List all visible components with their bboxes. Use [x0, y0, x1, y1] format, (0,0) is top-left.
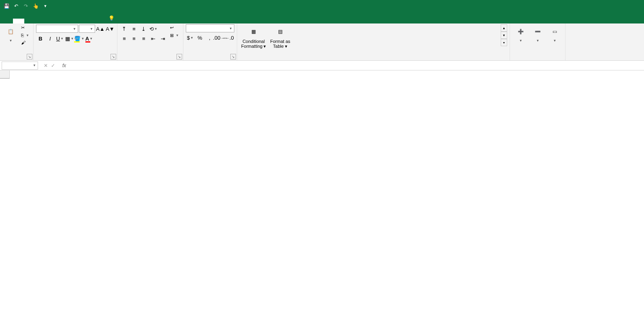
- lightbulb-icon: 💡: [108, 15, 115, 21]
- font-color-button[interactable]: A▼: [85, 34, 94, 43]
- group-number: ▼ $▼ % , .00→ ←.0 ↘: [183, 23, 237, 60]
- fill-color-button[interactable]: 🪣▼: [75, 34, 84, 43]
- align-bottom-icon[interactable]: ⤓: [139, 24, 148, 33]
- group-font: ▼ ▼ A▲ A▼ B I U▼ ▦▼ 🪣▼ A▼ ↘: [34, 23, 117, 60]
- delete-cells-button[interactable]: ➖▼: [529, 24, 546, 43]
- chevron-down-icon: ▼: [33, 64, 36, 67]
- cancel-formula-icon[interactable]: ✕: [44, 63, 48, 68]
- name-box[interactable]: ▼: [2, 62, 38, 70]
- merge-center-button[interactable]: ⊞▼: [168, 32, 181, 39]
- font-name-combo[interactable]: ▼: [36, 25, 78, 33]
- tab-file[interactable]: [2, 19, 13, 23]
- tab-formulas[interactable]: [58, 19, 70, 23]
- tab-home[interactable]: [13, 19, 24, 23]
- align-right-icon[interactable]: ≡: [139, 34, 148, 43]
- tell-me-search[interactable]: 💡: [104, 13, 121, 23]
- group-styles: ▦ ConditionalFormatting ▾ ▤ Format asTab…: [237, 23, 510, 60]
- enter-formula-icon[interactable]: ✓: [51, 63, 55, 68]
- tab-view[interactable]: [92, 19, 104, 23]
- underline-button[interactable]: U▼: [55, 34, 64, 43]
- decrease-font-icon[interactable]: A▼: [106, 24, 115, 33]
- ribbon: 📋 ▼ ✂ ⎘▼ 🖌 ↘ ▼ ▼ A▲ A▼ B I U▼: [0, 23, 644, 61]
- align-middle-icon[interactable]: ≡: [130, 24, 138, 33]
- styles-expand[interactable]: ▾: [501, 39, 507, 46]
- group-label: [186, 59, 234, 60]
- number-format-combo[interactable]: ▼: [186, 24, 234, 32]
- accounting-format-icon[interactable]: $▼: [186, 33, 195, 42]
- group-clipboard: 📋 ▼ ✂ ⎘▼ 🖌 ↘: [0, 23, 34, 60]
- copy-button[interactable]: ⎘▼: [19, 32, 31, 38]
- undo-icon[interactable]: ↶: [12, 2, 20, 10]
- fx-icon[interactable]: fx: [59, 63, 69, 68]
- italic-button[interactable]: I: [46, 34, 55, 43]
- format-icon: ▭: [548, 25, 561, 38]
- decrease-indent-icon[interactable]: ⇤: [149, 34, 158, 43]
- align-left-icon[interactable]: ≡: [120, 34, 129, 43]
- tab-data[interactable]: [70, 19, 81, 23]
- title-bar: 💾 ↶ ↷ 👆 ▼: [0, 0, 644, 12]
- chevron-down-icon: ▼: [9, 39, 13, 43]
- format-painter-button[interactable]: 🖌: [19, 39, 31, 46]
- paste-icon: 📋: [4, 25, 17, 38]
- delete-icon: ➖: [531, 25, 544, 38]
- spreadsheet-grid: [0, 70, 644, 79]
- tab-insert[interactable]: [24, 19, 36, 23]
- decrease-decimal-icon[interactable]: ←.0: [225, 33, 234, 42]
- redo-icon[interactable]: ↷: [22, 2, 30, 10]
- wrap-icon: ↩: [170, 25, 174, 30]
- increase-font-icon[interactable]: A▲: [96, 24, 105, 33]
- tab-page-layout[interactable]: [47, 19, 58, 23]
- bold-button[interactable]: B: [36, 34, 45, 43]
- alignment-dialog-launcher[interactable]: ↘: [176, 54, 182, 60]
- clipboard-dialog-launcher[interactable]: ↘: [27, 54, 32, 60]
- wrap-text-button[interactable]: ↩: [168, 24, 181, 31]
- group-label: [240, 59, 507, 60]
- increase-decimal-icon[interactable]: .00→: [215, 33, 224, 42]
- touch-mode-icon[interactable]: 👆: [32, 2, 40, 10]
- group-label: [36, 59, 115, 60]
- copy-icon: ⎘: [21, 33, 24, 38]
- percent-format-icon[interactable]: %: [196, 33, 204, 42]
- paste-button[interactable]: 📋 ▼: [2, 24, 19, 43]
- tab-review[interactable]: [81, 19, 92, 23]
- ribbon-tabs: 💡: [0, 12, 644, 23]
- formula-input[interactable]: [69, 63, 644, 68]
- scissors-icon: ✂: [21, 25, 25, 30]
- tab-draw[interactable]: [36, 19, 47, 23]
- styles-scroll-down[interactable]: ▼: [501, 32, 507, 39]
- group-cells: ➕▼ ➖▼ ▭▼: [510, 23, 565, 60]
- align-center-icon[interactable]: ≡: [130, 34, 138, 43]
- number-dialog-launcher[interactable]: ↘: [230, 54, 236, 60]
- table-icon: ▤: [274, 25, 287, 38]
- insert-cells-button[interactable]: ➕▼: [512, 24, 529, 43]
- select-all-corner[interactable]: [0, 70, 10, 79]
- orientation-icon[interactable]: ⟲▼: [149, 24, 158, 33]
- font-dialog-launcher[interactable]: ↘: [111, 54, 116, 60]
- group-label: [120, 59, 181, 60]
- qat-customize-icon[interactable]: ▼: [41, 2, 49, 10]
- merge-icon: ⊞: [170, 33, 174, 38]
- save-icon[interactable]: 💾: [2, 2, 11, 10]
- conditional-formatting-button[interactable]: ▦ ConditionalFormatting ▾: [240, 24, 268, 49]
- format-cells-button[interactable]: ▭▼: [546, 24, 563, 43]
- conditional-formatting-icon: ▦: [247, 25, 260, 38]
- increase-indent-icon[interactable]: ⇥: [159, 34, 168, 43]
- paintbrush-icon: 🖌: [21, 40, 26, 45]
- font-size-combo[interactable]: ▼: [79, 25, 95, 33]
- format-as-table-button[interactable]: ▤ Format asTable ▾: [268, 24, 292, 49]
- styles-scroll-up[interactable]: ▲: [501, 24, 507, 32]
- align-top-icon[interactable]: ⤒: [120, 24, 129, 33]
- quick-access-toolbar: 💾 ↶ ↷ 👆 ▼: [0, 2, 52, 10]
- insert-icon: ➕: [514, 25, 527, 38]
- borders-button[interactable]: ▦▼: [65, 34, 74, 43]
- group-label: [512, 59, 563, 60]
- cut-button[interactable]: ✂: [19, 24, 31, 31]
- group-alignment: ⤒ ≡ ⤓ ⟲▼ ≡ ≡ ≡ ⇤ ⇥ ↩ ⊞▼ ↘: [117, 23, 183, 60]
- formula-bar-row: ▼ ✕ ✓ fx: [0, 61, 644, 70]
- cell-styles-gallery: [293, 24, 500, 46]
- styles-scroll: ▲ ▼ ▾: [501, 24, 507, 46]
